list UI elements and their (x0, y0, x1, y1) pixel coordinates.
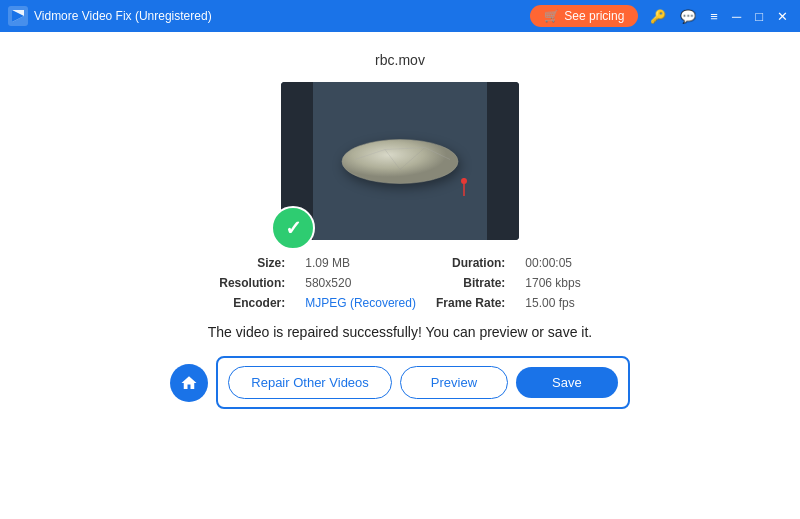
video-preview: ✓ (281, 82, 519, 240)
pricing-button[interactable]: 🛒 See pricing (530, 5, 638, 27)
save-button[interactable]: Save (516, 367, 618, 398)
home-button[interactable] (170, 364, 208, 402)
maximize-button[interactable]: □ (751, 8, 767, 25)
duration-label: Duration: (436, 256, 505, 270)
window-controls: 🔑 💬 ≡ ─ □ ✕ (646, 8, 792, 25)
size-value: 1.09 MB (305, 256, 416, 270)
resolution-label: Resolution: (219, 276, 285, 290)
pricing-label: See pricing (564, 9, 624, 23)
bitrate-value: 1706 kbps (525, 276, 580, 290)
chat-icon[interactable]: 💬 (676, 8, 700, 25)
red-cursor (459, 178, 469, 200)
app-logo (8, 6, 28, 26)
duration-value: 00:00:05 (525, 256, 580, 270)
framerate-value: 15.00 fps (525, 296, 580, 310)
bitrate-label: Bitrate: (436, 276, 505, 290)
app-title: Vidmore Video Fix (Unregistered) (34, 9, 530, 23)
menu-icon[interactable]: ≡ (706, 8, 722, 25)
video-inner (281, 82, 519, 240)
minimize-button[interactable]: ─ (728, 8, 745, 25)
metadata-grid: Size: 1.09 MB Duration: 00:00:05 Resolut… (219, 256, 580, 310)
success-check-overlay: ✓ (271, 206, 315, 250)
svg-point-11 (461, 178, 467, 184)
video-filename: rbc.mov (375, 52, 425, 68)
encoder-label: Encoder: (219, 296, 285, 310)
repair-others-button[interactable]: Repair Other Videos (228, 366, 392, 399)
key-icon[interactable]: 🔑 (646, 8, 670, 25)
home-icon (180, 374, 198, 392)
title-bar: Vidmore Video Fix (Unregistered) 🛒 See p… (0, 0, 800, 32)
action-buttons-group: Repair Other Videos Preview Save (216, 356, 629, 409)
checkmark-icon: ✓ (285, 216, 302, 240)
video-object (335, 132, 465, 191)
close-button[interactable]: ✕ (773, 8, 792, 25)
bottom-actions: Repair Other Videos Preview Save (170, 356, 629, 409)
encoder-value: MJPEG (Recovered) (305, 296, 416, 310)
main-content: rbc.mov (0, 32, 800, 519)
cart-icon: 🛒 (544, 9, 559, 23)
svg-point-3 (342, 140, 458, 184)
preview-button[interactable]: Preview (400, 366, 508, 399)
framerate-label: Frame Rate: (436, 296, 505, 310)
size-label: Size: (219, 256, 285, 270)
success-message: The video is repaired successfully! You … (208, 324, 592, 340)
resolution-value: 580x520 (305, 276, 416, 290)
